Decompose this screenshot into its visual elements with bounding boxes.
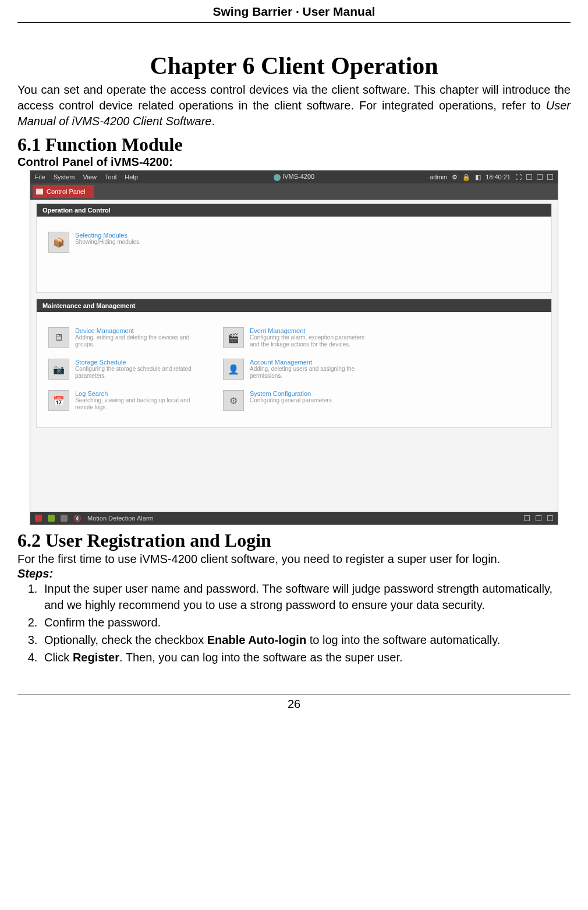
steps-list: Input the super user name and password. … xyxy=(17,580,571,665)
menu-system[interactable]: System xyxy=(54,173,75,180)
panel-operation-control: Operation and Control 📦 Selecting Module… xyxy=(36,203,552,293)
step-2: Confirm the password. xyxy=(41,614,571,631)
app-logo-icon xyxy=(274,174,281,181)
section-6-2-title: 6.2 User Registration and Login xyxy=(17,530,571,551)
event-icon: 🎬 xyxy=(223,327,244,348)
step-4a: Click xyxy=(44,651,73,664)
menu-tool[interactable]: Tool xyxy=(105,173,116,180)
step-4: Click Register. Then, you can log into t… xyxy=(41,649,571,665)
minimize-button[interactable] xyxy=(526,174,532,180)
alarm-icon[interactable] xyxy=(35,515,42,522)
header-rule xyxy=(17,22,571,23)
tile-name: Account Management xyxy=(250,359,372,366)
tile-name: Selecting Modules xyxy=(75,232,141,239)
panel-head-op: Operation and Control xyxy=(37,204,551,217)
section-6-1-title: 6.1 Function Module xyxy=(17,134,571,155)
step-4c: . Then, you can log into the software as… xyxy=(119,651,403,664)
grid-icon xyxy=(36,189,43,194)
panel-head-mm: Maintenance and Management xyxy=(37,299,551,312)
pin-icon[interactable] xyxy=(524,515,530,521)
page-number: 26 xyxy=(17,697,571,711)
current-user: admin xyxy=(430,173,447,180)
device-icon: 🖥 xyxy=(48,327,69,348)
tab-control-panel[interactable]: Control Panel xyxy=(33,185,94,198)
intro-text: You can set and operate the access contr… xyxy=(17,83,571,112)
menu-bar: File System View Tool Help iVMS-4200 adm… xyxy=(30,171,558,183)
storage-icon: 📷 xyxy=(48,359,69,380)
tile-desc: Configuring the alarm, exception paramet… xyxy=(250,334,372,348)
tile-desc: Searching, viewing and backing up local … xyxy=(75,397,197,411)
status-icon-2[interactable] xyxy=(48,515,55,522)
steps-label: Steps: xyxy=(17,567,571,580)
tab-label: Control Panel xyxy=(47,188,86,195)
tile-selecting-modules[interactable]: 📦 Selecting Modules Showing/Hiding modul… xyxy=(48,232,200,276)
tile-desc: Showing/Hiding modules. xyxy=(75,239,141,246)
panel-maintenance-management: Maintenance and Management 🖥 Device Mana… xyxy=(36,299,552,428)
tile-name: Log Search xyxy=(75,390,197,397)
help-icon[interactable]: ⛶ xyxy=(515,173,522,180)
intro-tail: . xyxy=(212,115,215,128)
control-panel-body: Operation and Control 📦 Selecting Module… xyxy=(30,200,558,512)
tile-log-search[interactable]: 📅 Log Search Searching, viewing and back… xyxy=(48,390,200,411)
app-name: iVMS-4200 xyxy=(283,173,314,180)
collapse-icon[interactable] xyxy=(547,515,553,521)
tile-name: Event Management xyxy=(250,327,372,334)
step-3a: Optionally, check the checkbox xyxy=(44,633,207,646)
gear-icon: ⚙ xyxy=(223,390,244,411)
step-4b: Register xyxy=(73,651,119,664)
tile-system-configuration[interactable]: ⚙ System Configuration Configuring gener… xyxy=(223,390,374,411)
tile-account-management[interactable]: 👤 Account Management Adding, deleting us… xyxy=(223,359,374,380)
tile-name: System Configuration xyxy=(250,390,333,397)
status-text: Motion Detection Alarm xyxy=(87,515,154,522)
tile-desc: Adding, editing and deleting the devices… xyxy=(75,334,197,348)
footer-rule xyxy=(17,695,571,695)
box-icon: 📦 xyxy=(48,232,69,253)
doc-header: Swing Barrier · User Manual xyxy=(17,5,571,22)
sound-icon[interactable]: 🔇 xyxy=(73,515,82,522)
chapter-title: Chapter 6 Client Operation xyxy=(17,52,571,80)
step-3: Optionally, check the checkbox Enable Au… xyxy=(41,632,571,648)
menu-view[interactable]: View xyxy=(83,173,97,180)
close-button[interactable] xyxy=(547,174,553,180)
tile-desc: Adding, deleting users and assigning the… xyxy=(250,366,372,380)
step-3b: Enable Auto-login xyxy=(207,633,306,646)
ivms-screenshot: File System View Tool Help iVMS-4200 adm… xyxy=(30,170,558,525)
step-3c: to log into the software automatically. xyxy=(306,633,500,646)
tile-name: Storage Schedule xyxy=(75,359,197,366)
clock-text: 18:40:21 xyxy=(486,173,511,180)
maximize-button[interactable] xyxy=(537,174,543,180)
section-6-2-lead: For the first time to use iVMS-4200 clie… xyxy=(17,551,571,567)
tile-event-management[interactable]: 🎬 Event Management Configuring the alarm… xyxy=(223,327,374,348)
status-bar: 🔇 Motion Detection Alarm xyxy=(30,512,558,525)
menu-help[interactable]: Help xyxy=(125,173,138,180)
tile-storage-schedule[interactable]: 📷 Storage Schedule Configuring the stora… xyxy=(48,359,200,380)
step-1: Input the super user name and password. … xyxy=(41,580,571,613)
tile-desc: Configuring general parameters. xyxy=(250,397,333,404)
section-6-1-subhead: Control Panel of iVMS-4200: xyxy=(17,155,571,169)
account-icon: 👤 xyxy=(223,359,244,380)
tile-device-management[interactable]: 🖥 Device Management Adding, editing and … xyxy=(48,327,200,348)
tile-name: Device Management xyxy=(75,327,197,334)
tile-desc: Configuring the storage schedule and rel… xyxy=(75,366,197,380)
lock-icon[interactable]: 🔒 xyxy=(462,173,470,181)
tab-row: Control Panel xyxy=(30,183,558,200)
status-icon-3[interactable] xyxy=(61,515,68,522)
menu-file[interactable]: File xyxy=(35,173,45,180)
chapter-intro: You can set and operate the access contr… xyxy=(17,82,571,129)
calendar-icon: 📅 xyxy=(48,390,69,411)
globe-icon[interactable]: ⚙ xyxy=(452,173,458,181)
expand-icon[interactable] xyxy=(536,515,541,521)
skin-icon[interactable]: ◧ xyxy=(475,173,481,181)
